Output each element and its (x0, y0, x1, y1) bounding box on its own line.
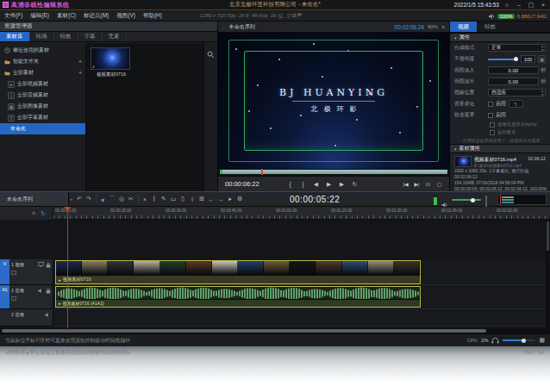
delete-button[interactable]: × (141, 194, 150, 204)
audio-track-header[interactable]: A1 1 音频 (0, 285, 53, 309)
timeline-horizontal-scrollbar[interactable] (0, 328, 550, 334)
timeline-settings-button[interactable]: ⚙ (235, 194, 245, 204)
track-expand-icon[interactable] (11, 271, 16, 275)
lock-icon[interactable] (46, 288, 51, 294)
menu-clip[interactable]: 素材(C) (57, 12, 76, 20)
home-button[interactable]: ⌂ (503, 2, 511, 8)
video-track-header[interactable]: V 1 视频 (0, 259, 53, 285)
tab-titles[interactable]: 字幕 (78, 32, 103, 41)
jump-end-button[interactable]: ▶| (414, 181, 420, 187)
audio-track-lane[interactable]: ▸ 视频素材0716 (A1A2) (53, 285, 546, 309)
clip-expand-icon[interactable]: ▸ (59, 301, 61, 306)
tab-effects-inspector[interactable]: 特效 (477, 22, 503, 32)
speaker-icon[interactable] (44, 312, 51, 318)
jump-start-button[interactable]: |◀ (403, 181, 409, 187)
tree-item-all-titles[interactable]: T 全部字幕素材 (0, 112, 85, 123)
speaker-icon[interactable] (37, 288, 44, 294)
media-clip-card[interactable]: ♪ 视频素材0716 (91, 47, 132, 78)
snapshot-button[interactable]: ⊡ (425, 181, 431, 187)
razor-tool-button[interactable]: ✂ (127, 194, 136, 204)
invert-matte-checkbox[interactable] (490, 130, 495, 135)
hand-tool-button[interactable]: ⌒ (108, 194, 117, 204)
tab-effects[interactable]: 特效 (54, 32, 78, 41)
video-clip[interactable]: ▸ 视频素材0716 (55, 260, 421, 284)
seek-playhead[interactable] (261, 169, 263, 175)
clip-expand-icon[interactable]: ▸ (59, 277, 61, 283)
tab-media-library[interactable]: 素材库 (0, 32, 30, 41)
nudge-right-button[interactable]: → (216, 194, 226, 204)
fade-out-input[interactable]: 0.00 (488, 78, 539, 85)
maximize-button[interactable]: ▢ (527, 2, 535, 9)
add-media-icon[interactable]: + (78, 70, 82, 76)
move-tool-icon[interactable]: + (32, 210, 35, 216)
opacity-value-input[interactable]: 100 (521, 55, 535, 63)
tree-item-all-video[interactable]: ▸ 全部视频素材 (0, 78, 85, 90)
audio-clip[interactable]: ▸ 视频素材0716 (A1A2) (55, 286, 421, 308)
track-expand-icon[interactable] (11, 296, 16, 301)
fade-in-input[interactable]: 0.00 (488, 66, 539, 74)
pen-tool-button[interactable]: ✎ (159, 194, 169, 204)
tab-elements[interactable]: 元素 (103, 32, 127, 41)
tree-item-all-audio[interactable]: ♪ 全部音频素材 (0, 90, 85, 101)
close-button[interactable]: × (539, 2, 547, 8)
preview-zoom-level[interactable]: 60% (428, 24, 438, 29)
volume-knob[interactable] (522, 339, 526, 343)
tab-transitions[interactable]: 转场 (30, 32, 54, 41)
playhead-marker[interactable] (64, 207, 71, 215)
horizontal-scroll-thumb[interactable] (2, 329, 486, 333)
matte-enable-checkbox[interactable] (488, 113, 493, 118)
menu-edit[interactable]: 编辑(E) (30, 12, 49, 20)
insert-mode-button[interactable]: ▭ (169, 194, 178, 204)
menu-file[interactable]: 文件(F) (4, 12, 22, 20)
overwrite-mode-button[interactable]: ▯ (178, 194, 188, 204)
mark-in-button[interactable]: { (287, 181, 293, 188)
tree-item-untitled-selected[interactable]: 未命名 (0, 123, 85, 134)
track-monitor-icon[interactable] (38, 262, 44, 267)
playhead-line[interactable] (67, 207, 68, 328)
vertical-scroll-thumb[interactable] (547, 221, 549, 251)
opacity-slider[interactable] (488, 59, 518, 60)
tree-item-smart-folder[interactable]: 智能文件夹 + (0, 56, 85, 67)
prev-frame-button[interactable]: ◀ (313, 181, 319, 188)
monitor-volume-slider[interactable] (503, 339, 535, 341)
volume-slider-knob[interactable] (471, 198, 475, 202)
media-clip-thumbnail[interactable]: ♪ (91, 47, 130, 70)
luma-as-alpha-checkbox[interactable] (490, 122, 495, 128)
sequence-tab[interactable]: 未命名序列 (0, 192, 69, 206)
fullscreen-button[interactable]: ▢ (436, 181, 442, 187)
mark-out-button[interactable]: } (300, 181, 306, 188)
keyboard-icon[interactable]: ▦ (539, 337, 545, 344)
tab-video[interactable]: 视频 (450, 22, 477, 32)
seek-track[interactable] (220, 170, 447, 174)
select-tool-button[interactable]: ► (98, 194, 108, 204)
nudge-left-button[interactable]: ← (207, 194, 216, 204)
timeline-minimap[interactable] (497, 194, 547, 205)
trim-tool-button[interactable]: I (188, 194, 197, 204)
section-clip-properties[interactable]: ▾ 素材属性 (450, 144, 550, 153)
audio-track-2-header[interactable]: 2 音频 (0, 309, 53, 327)
volume-slider[interactable] (452, 199, 481, 201)
tree-item-all-images[interactable]: ▦ 全部图像素材 (0, 101, 85, 112)
video-position-select[interactable]: 自适应 ▴▾ (488, 89, 546, 96)
slip-tool-button[interactable]: ◎ (117, 194, 127, 204)
blend-mode-select[interactable]: 正常 ▴▾ (488, 44, 546, 52)
redo-button[interactable]: ↷ (84, 194, 94, 204)
next-frame-button[interactable]: ▶ (339, 181, 345, 188)
audio-track-2-lane[interactable] (53, 309, 546, 327)
timeline-ruler[interactable]: + ↻ 00:00:00:00 00:00:15:00 00:00:30:00 … (0, 207, 550, 220)
ruler-scale[interactable]: 00:00:00:00 00:00:15:00 00:00:30:00 00:0… (53, 207, 550, 219)
undo-button[interactable]: ↶ (75, 194, 84, 204)
blur-value-input[interactable]: 5 (509, 100, 523, 108)
blur-enable-checkbox[interactable] (488, 102, 493, 107)
loop-button[interactable]: ↻ (352, 181, 358, 188)
range-select-button[interactable]: ⌈ (150, 194, 159, 204)
monitor-menu-icon[interactable]: ≡ (441, 24, 445, 30)
loop-region-icon[interactable]: ↻ (41, 210, 46, 217)
add-folder-icon[interactable]: + (78, 59, 82, 65)
add-clip-button[interactable]: ⊞ (197, 194, 207, 204)
timeline-vertical-scrollbar[interactable] (546, 220, 550, 328)
opacity-slider-knob[interactable] (514, 57, 518, 61)
tree-item-recent[interactable]: 最近使用的素材 (0, 45, 85, 56)
play-button[interactable]: ▶ (326, 181, 332, 188)
monitor-seek-bar[interactable] (218, 169, 449, 176)
